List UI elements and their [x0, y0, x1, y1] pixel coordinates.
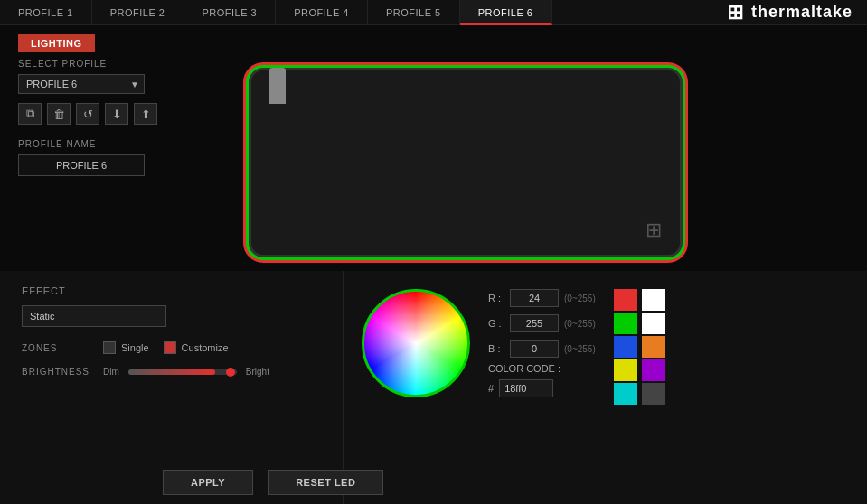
- r-range: (0~255): [564, 294, 596, 303]
- export-profile-button[interactable]: ⬆: [134, 103, 157, 125]
- swatch-white[interactable]: [642, 289, 665, 311]
- brand-icon: ⊞: [727, 1, 744, 24]
- zone-single-checkbox[interactable]: [103, 341, 116, 354]
- b-input[interactable]: [510, 340, 559, 358]
- swatch-yellow[interactable]: [614, 359, 637, 381]
- device-preview: ⊞: [190, 54, 740, 271]
- color-code-row: COLOR CODE :: [488, 363, 596, 374]
- select-profile-label: SELECT PROFILE: [18, 59, 163, 69]
- swatch-purple[interactable]: [642, 359, 665, 381]
- color-code-label: COLOR CODE :: [488, 363, 561, 374]
- swatch-green[interactable]: [614, 313, 637, 334]
- rgb-panel: R : (0~255) G : (0~255) B : (0~255): [488, 280, 596, 397]
- tab-profile-1[interactable]: PROFILE 1: [0, 0, 92, 25]
- zone-options: Single Customize: [103, 341, 229, 354]
- bottom-panel: EFFECT Static Breathing Wave Spectrum Cy…: [0, 271, 867, 504]
- zone-single-option[interactable]: Single: [103, 341, 149, 354]
- zone-customize-checkbox[interactable]: [164, 341, 176, 354]
- r-input[interactable]: [510, 289, 559, 307]
- tab-profile-6[interactable]: PROFILE 6: [460, 0, 552, 25]
- effect-title: EFFECT: [22, 285, 321, 296]
- brightness-dim-label: Dim: [103, 367, 119, 377]
- tab-profile-2[interactable]: PROFILE 2: [92, 0, 184, 25]
- effect-select-wrap: Static Breathing Wave Spectrum Cycle Rip…: [22, 305, 321, 327]
- profile-icons-row: ⧉ 🗑 ↺ ⬇ ⬆: [18, 103, 163, 125]
- zones-label: ZONES: [22, 343, 103, 353]
- g-input[interactable]: [510, 314, 559, 332]
- color-code-input-row: #: [488, 379, 596, 397]
- brand-logo: ⊞ thermaltake: [727, 1, 853, 24]
- apply-button[interactable]: APPLY: [163, 470, 253, 495]
- brightness-slider-fill: [128, 369, 215, 375]
- brightness-slider-thumb: [226, 368, 235, 377]
- color-code-hash: #: [488, 383, 494, 394]
- swatch-cyan[interactable]: [614, 383, 637, 405]
- color-code-input[interactable]: [499, 379, 553, 397]
- zone-customize-option[interactable]: Customize: [164, 341, 229, 354]
- swatch-white2[interactable]: [642, 313, 665, 334]
- zone-customize-label: Customize: [182, 342, 229, 353]
- delete-profile-button[interactable]: 🗑: [47, 103, 71, 125]
- r-label: R :: [488, 293, 504, 303]
- color-wheel-wrap: [362, 289, 470, 397]
- brightness-control: Dim Bright: [103, 367, 269, 377]
- copy-profile-button[interactable]: ⧉: [18, 103, 42, 125]
- profile-select-wrap: PROFILE 6 ▼: [18, 74, 163, 94]
- b-label: B :: [488, 343, 504, 354]
- color-main: R : (0~255) G : (0~255) B : (0~255): [362, 280, 849, 495]
- rgb-controls: R : (0~255) G : (0~255) B : (0~255): [488, 289, 596, 358]
- swatch-red[interactable]: [614, 289, 637, 311]
- brightness-label: BRIGHTNESS: [22, 367, 103, 377]
- brightness-bright-label: Bright: [246, 367, 269, 377]
- action-buttons: APPLY RESET LED: [163, 470, 383, 495]
- mousepad-device: ⊞: [249, 68, 683, 257]
- red-row: R : (0~255): [488, 289, 596, 307]
- reset-led-button[interactable]: RESET LED: [268, 470, 383, 495]
- brightness-slider[interactable]: [128, 369, 237, 375]
- import-profile-button[interactable]: ⬇: [105, 103, 128, 125]
- tab-profile-4[interactable]: PROFILE 4: [276, 0, 368, 25]
- green-row: G : (0~255): [488, 314, 596, 332]
- zone-single-label: Single: [121, 342, 149, 353]
- brand-name: thermaltake: [751, 3, 853, 22]
- mousepad-logo-icon: ⊞: [646, 219, 662, 242]
- g-label: G :: [488, 318, 504, 329]
- swatch-dark[interactable]: [642, 383, 665, 405]
- mousepad-connector: [269, 68, 286, 104]
- reset-profile-button[interactable]: ↺: [76, 103, 99, 125]
- swatches-panel: [614, 289, 668, 405]
- color-section: R : (0~255) G : (0~255) B : (0~255): [344, 271, 867, 504]
- tab-profile-3[interactable]: PROFILE 3: [184, 0, 277, 25]
- swatch-blue[interactable]: [614, 336, 637, 358]
- profile-name-label: PROFILE NAME: [18, 139, 163, 149]
- tab-profile-5[interactable]: PROFILE 5: [368, 0, 460, 25]
- zones-row: ZONES Single Customize: [22, 341, 321, 354]
- swatch-orange[interactable]: [642, 336, 665, 358]
- brightness-row: BRIGHTNESS Dim Bright: [22, 367, 321, 377]
- top-nav: PROFILE 1 PROFILE 2 PROFILE 3 PROFILE 4 …: [0, 0, 867, 25]
- effect-select[interactable]: Static Breathing Wave Spectrum Cycle Rip…: [22, 305, 166, 327]
- g-range: (0~255): [564, 319, 596, 329]
- profile-select[interactable]: PROFILE 6: [18, 74, 145, 94]
- b-range: (0~255): [564, 344, 596, 354]
- left-panel: SELECT PROFILE PROFILE 6 ▼ ⧉ 🗑 ↺ ⬇ ⬆ PRO…: [0, 50, 181, 185]
- color-wheel[interactable]: [362, 289, 470, 397]
- profile-name-input[interactable]: [18, 154, 145, 176]
- blue-row: B : (0~255): [488, 340, 596, 358]
